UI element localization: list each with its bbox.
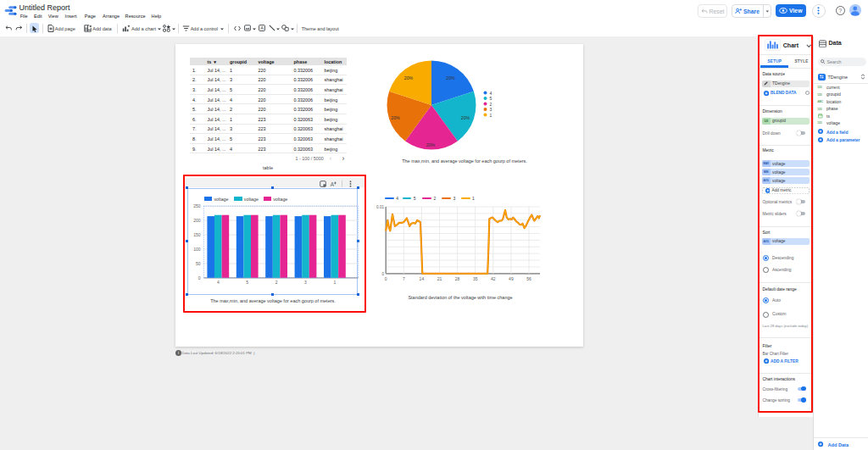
svg-text:7: 7 bbox=[403, 276, 405, 281]
svg-text:14: 14 bbox=[420, 276, 425, 281]
svg-text:0: 0 bbox=[385, 276, 387, 281]
svg-text:28: 28 bbox=[455, 276, 460, 281]
svg-text:20%: 20% bbox=[426, 142, 436, 147]
svg-text:3: 3 bbox=[490, 107, 492, 112]
svg-text:56: 56 bbox=[526, 276, 531, 281]
svg-text:35: 35 bbox=[473, 276, 478, 281]
svg-text:49: 49 bbox=[509, 276, 514, 281]
svg-text:0.01: 0.01 bbox=[376, 205, 384, 209]
svg-text:4: 4 bbox=[490, 91, 492, 96]
svg-text:20%: 20% bbox=[391, 115, 400, 120]
svg-text:42: 42 bbox=[491, 276, 496, 281]
svg-text:20%: 20% bbox=[446, 75, 455, 81]
svg-text:21: 21 bbox=[437, 276, 442, 281]
svg-text:5: 5 bbox=[490, 96, 492, 101]
svg-text:2: 2 bbox=[490, 102, 492, 107]
svg-text:20%: 20% bbox=[461, 115, 470, 120]
svg-text:0: 0 bbox=[381, 272, 384, 276]
svg-text:1: 1 bbox=[490, 113, 492, 118]
svg-text:20%: 20% bbox=[404, 75, 414, 81]
svg-text:A: A bbox=[260, 25, 264, 31]
